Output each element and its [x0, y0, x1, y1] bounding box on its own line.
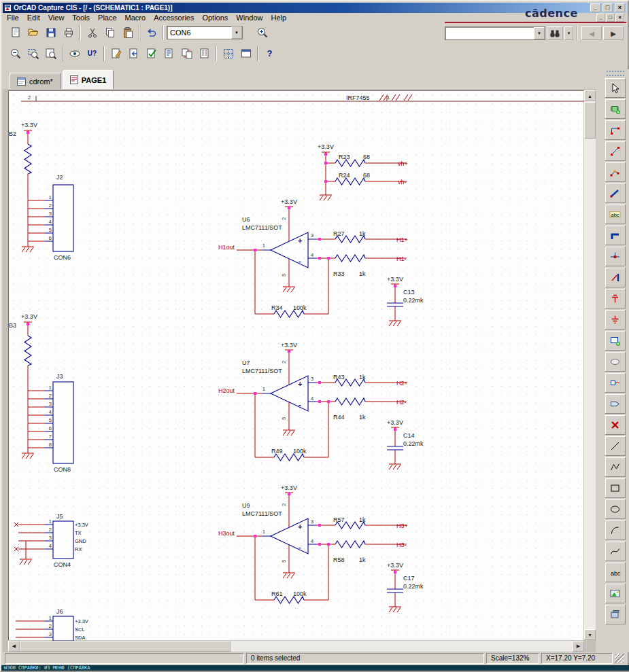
scroll-right-icon[interactable]: ▶	[573, 641, 584, 652]
tool-place-part[interactable]	[605, 99, 626, 119]
horizontal-scroll-thumb[interactable]	[20, 641, 231, 652]
menu-file[interactable]: File	[3, 14, 23, 22]
tool-place-picture[interactable]	[605, 584, 626, 603]
part-value[interactable]: 68	[363, 172, 370, 179]
copy-button[interactable]	[101, 24, 118, 41]
menu-window[interactable]: Window	[232, 14, 267, 22]
part-value[interactable]: 0.22mk	[403, 297, 424, 304]
net-label[interactable]: H1+	[396, 236, 408, 243]
chevron-down-icon[interactable]: ▼	[231, 26, 242, 39]
visibility-button[interactable]	[66, 45, 83, 62]
tool-place-junction[interactable]	[605, 247, 626, 266]
zoom-all-button[interactable]	[42, 45, 59, 62]
help-button[interactable]: ?	[261, 45, 278, 62]
part-ref[interactable]: R34	[271, 304, 283, 311]
part-value[interactable]: 0.22mk	[403, 583, 424, 590]
back-annotate-button[interactable]	[125, 45, 142, 62]
part-ref[interactable]: R58	[333, 556, 345, 563]
horizontal-scrollbar[interactable]: ◀ ▶	[8, 641, 584, 652]
close-icon[interactable]: ×	[615, 3, 625, 12]
part-value[interactable]: LMC7111/SOT	[242, 224, 282, 231]
connector-j3-body[interactable]	[53, 382, 73, 463]
schematic-canvas[interactable]: 2 1 IRF7455	[8, 90, 583, 640]
net-label[interactable]: H3out	[218, 530, 235, 537]
part-ref[interactable]: C13	[403, 289, 415, 296]
net-label[interactable]: H1-	[396, 255, 407, 262]
part-value[interactable]: CON6	[54, 254, 71, 261]
annotate-button[interactable]	[107, 45, 124, 62]
part-ref[interactable]: J6	[56, 608, 63, 615]
tool-place-text[interactable]: abc	[605, 563, 626, 582]
part-value[interactable]: 68	[363, 154, 370, 160]
cross-reference-button[interactable]	[178, 45, 195, 62]
save-button[interactable]	[42, 24, 59, 41]
drc-button[interactable]	[143, 45, 160, 62]
part-value[interactable]: 100k	[293, 448, 307, 455]
part-value[interactable]: 1k	[359, 556, 366, 563]
undo-button[interactable]	[143, 24, 160, 41]
net-label[interactable]: vh+	[398, 160, 408, 167]
part-ref[interactable]: U7	[242, 359, 250, 366]
net-label[interactable]: vh-	[398, 179, 407, 185]
part-ref[interactable]: C14	[403, 432, 415, 439]
menu-accessories[interactable]: Accessories	[150, 14, 198, 22]
project-manager-button[interactable]	[237, 45, 254, 62]
part-value[interactable]: 1k	[359, 374, 366, 381]
bom-button[interactable]	[196, 45, 213, 62]
part-ref[interactable]: IRF7455	[346, 94, 370, 101]
tool-place-bus-entry[interactable]	[605, 268, 626, 287]
search-combo[interactable]: ▼	[445, 26, 545, 40]
part-ref[interactable]: J5	[56, 513, 63, 520]
open-button[interactable]	[24, 24, 41, 41]
tool-auto-wire-bus[interactable]	[605, 183, 626, 203]
restore-icon[interactable]: □	[602, 3, 613, 12]
minimize-icon[interactable]: _	[590, 3, 600, 12]
tool-place-arc[interactable]	[605, 520, 626, 540]
tool-place-ellipse[interactable]	[605, 499, 626, 519]
menu-help[interactable]: Help	[267, 14, 290, 22]
net-label[interactable]: H2+	[396, 380, 408, 387]
menu-tools[interactable]: Tools	[68, 14, 94, 22]
schematic-wires[interactable]	[14, 94, 412, 641]
net-label[interactable]: H3+	[396, 523, 408, 529]
tool-place-pin[interactable]	[605, 373, 626, 393]
tool-place-ground[interactable]	[605, 310, 626, 330]
part-combo[interactable]: CON6 ▼	[167, 26, 243, 39]
tool-place-hierarchical-block[interactable]	[605, 331, 626, 351]
connector-j6-body[interactable]	[53, 616, 73, 641]
find-button[interactable]	[547, 26, 563, 40]
scroll-left-icon[interactable]: ◀	[8, 641, 20, 652]
part-ref[interactable]: C17	[403, 575, 415, 582]
net-label[interactable]: H2-	[396, 399, 407, 406]
part-value[interactable]: 1k	[359, 414, 366, 421]
part-ref[interactable]: U6	[242, 216, 250, 223]
vertical-scroll-thumb[interactable]	[584, 102, 596, 139]
snap-grid-button[interactable]	[220, 45, 237, 62]
part-query-button[interactable]: U?	[84, 45, 101, 62]
power-label[interactable]: +3.3V	[281, 484, 297, 491]
tool-place-net-alias[interactable]: abc	[605, 205, 626, 224]
part-ref[interactable]: B2	[9, 130, 16, 137]
part-ref[interactable]: R23	[339, 154, 350, 160]
part-ref[interactable]: R44	[333, 414, 345, 421]
power-label[interactable]: +3.3V	[387, 276, 403, 283]
connector-j2-body[interactable]	[53, 185, 73, 251]
vertical-scrollbar[interactable]: ▲ ▼	[584, 90, 596, 640]
tool-place-polyline[interactable]	[605, 457, 626, 477]
tool-place-ole-object[interactable]	[605, 605, 626, 624]
part-ref[interactable]: J3	[56, 373, 63, 380]
part-value[interactable]: 1k	[359, 230, 366, 237]
schematic-drawing[interactable]: 2 1 IRF7455	[9, 91, 584, 641]
part-value[interactable]: 1k	[359, 270, 366, 277]
zoom-out-button[interactable]	[7, 45, 24, 62]
part-ref[interactable]: R61	[271, 590, 283, 597]
mdi-close-icon[interactable]: ×	[615, 14, 624, 22]
net-label[interactable]: H2out	[218, 387, 235, 394]
scroll-down-icon[interactable]: ▼	[584, 629, 596, 640]
part-ref[interactable]: R57	[333, 516, 345, 523]
menu-view[interactable]: View	[44, 14, 69, 22]
part-ref[interactable]: R43	[333, 374, 345, 381]
part-value[interactable]: 1k	[359, 516, 366, 523]
part-value[interactable]: 100k	[293, 304, 307, 311]
menu-macro[interactable]: Macro	[121, 14, 150, 22]
